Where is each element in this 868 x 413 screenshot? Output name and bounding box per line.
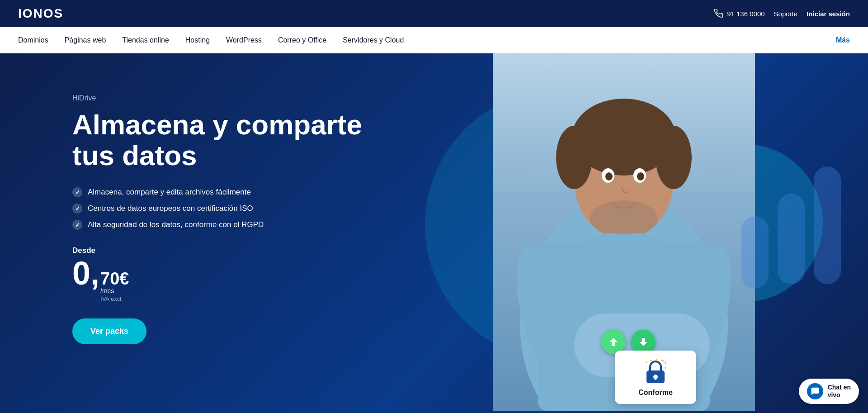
nav-link-correo-office[interactable]: Correo y Office: [278, 36, 326, 44]
rgpd-lock-icon: [642, 358, 669, 385]
nav-link-hosting[interactable]: Hosting: [185, 36, 210, 44]
svg-rect-16: [655, 377, 656, 380]
arrow-down-svg: [637, 336, 649, 348]
nav-item-wordpress[interactable]: WordPress: [226, 36, 262, 44]
nav-item-servidores-cloud[interactable]: Servidores y Cloud: [343, 36, 404, 44]
phone-number[interactable]: 91 136 0000: [727, 10, 764, 18]
feature-item-2: Centros de datos europeos con certificac…: [72, 204, 380, 214]
nav-item-paginas-web[interactable]: Páginas web: [65, 36, 106, 44]
nav-link-paginas-web[interactable]: Páginas web: [65, 36, 106, 44]
feature-item-1: Almacena, comparte y edita archivos fáci…: [72, 187, 380, 197]
check-icon-3: [72, 220, 82, 230]
ver-packs-button[interactable]: Ver packs: [72, 318, 146, 344]
svg-point-22: [665, 367, 666, 369]
phone-icon: [714, 9, 723, 18]
nav-item-tiendas-online[interactable]: Tiendas online: [122, 36, 169, 44]
svg-point-20: [661, 360, 663, 361]
logo: IONOS: [18, 6, 63, 21]
hero-section: Conforme HiDrive Almacena y comparte tus…: [0, 53, 868, 413]
chat-line2: vivo: [828, 391, 851, 399]
price-decimal: 70€: [100, 270, 129, 287]
svg-point-17: [646, 361, 647, 363]
price-period: /mes: [100, 287, 129, 294]
iniciar-sesion-link[interactable]: Iniciar sesión: [807, 10, 850, 18]
check-icon-1: [72, 187, 82, 197]
top-right-area: 91 136 0000 Soporte Iniciar sesión: [714, 9, 850, 18]
chat-widget[interactable]: Chat en vivo: [799, 379, 859, 404]
price-row: 0, 70€ /mes IVA excl.: [72, 257, 380, 302]
top-bar: IONOS 91 136 0000 Soporte Iniciar sesión: [0, 0, 868, 27]
nav-link-servidores-cloud[interactable]: Servidores y Cloud: [343, 36, 404, 44]
arrow-up-svg: [608, 336, 619, 348]
nav-link-tiendas-online[interactable]: Tiendas online: [122, 36, 169, 44]
feature-text-1: Almacena, comparte y edita archivos fáci…: [88, 188, 251, 197]
mas-link[interactable]: Más: [836, 36, 850, 44]
svg-point-5: [656, 126, 692, 189]
hero-subtitle: HiDrive: [72, 94, 380, 102]
rgpd-icon-area: [642, 358, 669, 385]
price-section: Desde 0, 70€ /mes IVA excl.: [72, 246, 380, 302]
hero-content: HiDrive Almacena y comparte tus datos Al…: [72, 81, 380, 344]
svg-point-8: [605, 172, 613, 180]
feature-text-2: Centros de datos europeos con certificac…: [88, 204, 253, 213]
phone-area: 91 136 0000: [714, 9, 764, 18]
nav-links: Dominios Páginas web Tiendas online Host…: [18, 36, 836, 44]
hero-decor-bar-1: [814, 166, 841, 284]
soporte-link[interactable]: Soporte: [774, 10, 798, 18]
desde-label: Desde: [72, 246, 380, 255]
nav-item-correo-office[interactable]: Correo y Office: [278, 36, 326, 44]
rgpd-card: Conforme: [615, 351, 696, 404]
price-tax: IVA excl.: [100, 295, 129, 302]
check-icon-2: [72, 204, 82, 214]
feature-text-3: Alta seguridad de los datos, conforme co…: [88, 220, 264, 229]
hero-decor-bar-3: [741, 216, 769, 289]
price-decimal-area: 70€ /mes IVA excl.: [100, 270, 129, 302]
chat-label: Chat en vivo: [828, 384, 851, 399]
rgpd-label: Conforme: [638, 389, 673, 397]
hero-features-list: Almacena, comparte y edita archivos fáci…: [72, 187, 380, 230]
hero-decor-bar-2: [778, 194, 805, 284]
nav-bar: Dominios Páginas web Tiendas online Host…: [0, 27, 868, 53]
svg-point-9: [637, 172, 644, 180]
svg-point-10: [590, 200, 658, 237]
nav-item-dominios[interactable]: Dominios: [18, 36, 48, 44]
chat-icon: [807, 383, 823, 399]
feature-item-3: Alta seguridad de los datos, conforme co…: [72, 220, 380, 230]
nav-link-dominios[interactable]: Dominios: [18, 36, 48, 44]
svg-point-4: [556, 126, 592, 189]
chat-line1: Chat en: [828, 384, 851, 391]
svg-point-19: [656, 359, 657, 361]
svg-point-21: [665, 362, 666, 364]
chat-bubble-icon: [811, 387, 820, 396]
svg-point-23: [663, 361, 665, 362]
nav-item-hosting[interactable]: Hosting: [185, 36, 210, 44]
price-integer: 0,: [72, 257, 99, 290]
nav-link-wordpress[interactable]: WordPress: [226, 36, 262, 44]
svg-point-18: [650, 360, 652, 361]
hero-title: Almacena y comparte tus datos: [72, 109, 380, 171]
